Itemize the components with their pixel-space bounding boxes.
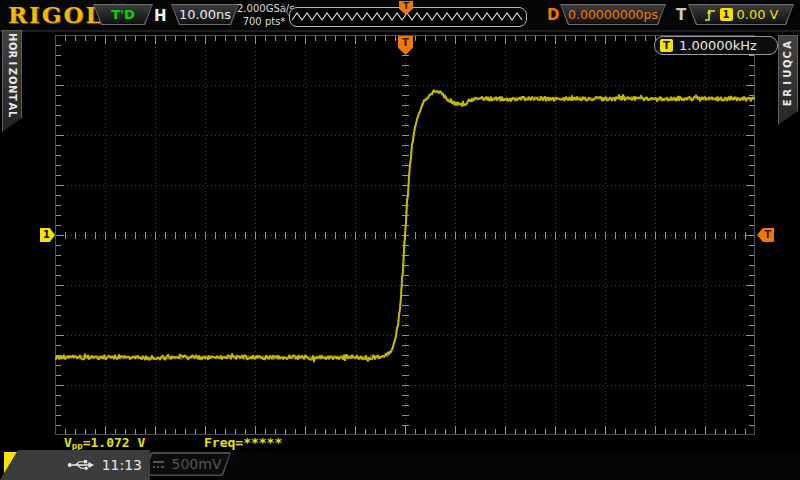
- trigger-level-marker[interactable]: T: [757, 228, 774, 242]
- trigger-status-panel: T'D: [93, 4, 153, 25]
- waveform-trace: [55, 35, 755, 435]
- trigger-label: T: [676, 6, 686, 24]
- counter-value: 1.00000kHz: [679, 38, 757, 53]
- dc-coupling-icon: [153, 460, 165, 469]
- trigger-status-label: T'D: [93, 4, 153, 25]
- vpp-symbol: V: [64, 435, 72, 450]
- delay-label: D: [547, 6, 559, 24]
- tab-letter: E: [783, 92, 793, 112]
- rising-edge-icon: [704, 8, 716, 22]
- channel2-scale: 500mV: [172, 456, 222, 472]
- bottom-channel-bar: 1 200mV 2 500mV: [0, 450, 800, 480]
- trigger-source-badge: 1: [720, 8, 733, 21]
- delay-panel[interactable]: 0.00000000ps: [560, 4, 666, 25]
- channel1-ground-marker[interactable]: 1: [40, 228, 55, 242]
- delay-value: 0.00000000ps: [560, 4, 666, 25]
- trigger-settings-panel[interactable]: 1 0.00 V: [688, 4, 794, 25]
- tab-acquire[interactable]: ACQUIRE: [778, 35, 798, 135]
- timebase-value: 10.00ns: [171, 4, 239, 25]
- tab-letter: L: [8, 105, 17, 125]
- vpp-value: =1.072 V: [83, 435, 146, 450]
- usb-icon: [67, 458, 95, 472]
- counter-source-badge: T: [660, 39, 673, 52]
- rigol-logo: RIGOL: [8, 1, 104, 28]
- timebase-panel[interactable]: 10.00ns: [171, 4, 239, 25]
- measurement-vpp: Vpp=1.072 V: [64, 435, 145, 451]
- trigger-level-value: 0.00 V: [737, 7, 779, 22]
- top-status-bar: RIGOL T'D H 10.00ns 2.000GSa/s 700 pts* …: [0, 0, 800, 32]
- horizontal-label: H: [154, 7, 167, 25]
- memory-depth: 700 pts*: [237, 15, 291, 28]
- channel2-panel[interactable]: 500mV: [143, 452, 231, 476]
- frequency-counter: T 1.00000kHz: [654, 36, 778, 55]
- status-clock-area: 11:13: [0, 450, 150, 480]
- clock-time: 11:13: [102, 457, 142, 473]
- tab-horizontal[interactable]: HORIZONTAL: [2, 30, 22, 132]
- measurement-freq: Freq=*****: [204, 435, 282, 450]
- oscilloscope-screen: RIGOL T'D H 10.00ns 2.000GSa/s 700 pts* …: [0, 0, 800, 480]
